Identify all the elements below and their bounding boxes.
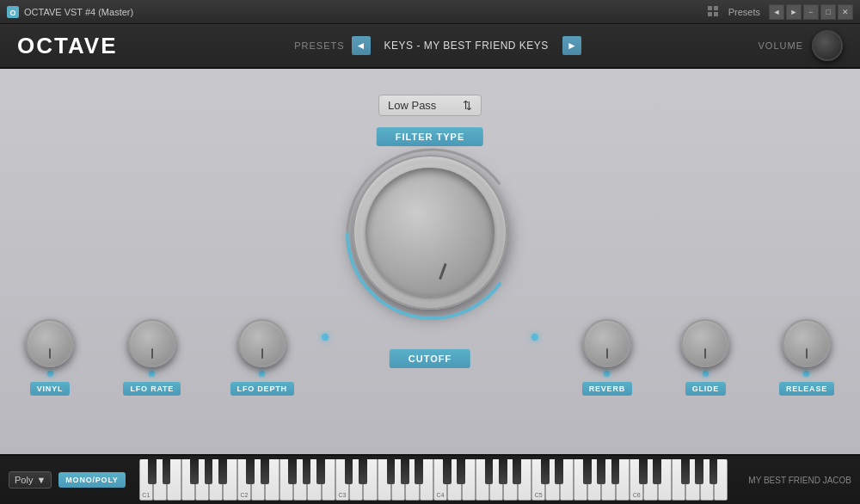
black-key[interactable]	[710, 459, 718, 484]
reverb-led	[604, 371, 610, 377]
lfo-depth-led	[259, 371, 265, 377]
reverb-knob[interactable]	[583, 319, 631, 367]
knob-group-vinyl: VINYL	[26, 319, 74, 396]
vinyl-knob[interactable]	[26, 319, 74, 367]
black-key[interactable]	[443, 459, 452, 484]
volume-label: VOLUME	[759, 40, 803, 51]
black-key[interactable]	[163, 459, 171, 484]
next-preset-button[interactable]: ►	[562, 36, 581, 55]
logo: OCTAVE	[17, 33, 117, 59]
black-key[interactable]	[246, 459, 255, 484]
glide-knob[interactable]	[681, 319, 729, 367]
release-knob[interactable]	[783, 319, 831, 367]
black-key[interactable]	[288, 459, 297, 484]
black-key[interactable]	[345, 459, 353, 484]
release-led	[803, 371, 809, 377]
black-key[interactable]	[583, 459, 592, 484]
black-key[interactable]	[218, 459, 227, 484]
filter-type-button[interactable]: FILTER TYPE	[377, 127, 483, 146]
poly-arrow-icon: ▼	[36, 475, 46, 485]
svg-rect-3	[714, 6, 718, 10]
small-knobs-row: VINYL LFO RATE LFO DEPTH REVERB GLIDE	[0, 319, 860, 396]
black-key[interactable]	[597, 459, 605, 484]
black-key[interactable]	[303, 459, 311, 484]
prev-preset-button[interactable]: ◄	[352, 36, 371, 55]
main-knob-inner	[366, 168, 494, 297]
vinyl-button[interactable]: VINYL	[30, 382, 71, 396]
octave-label: C1	[142, 492, 150, 498]
octave-label: C6	[633, 492, 641, 498]
close-button[interactable]: ✕	[838, 4, 853, 20]
black-key[interactable]	[695, 459, 703, 484]
filter-type-select[interactable]: Low Pass High Pass Band Pass Notch	[388, 99, 442, 112]
knob-group-lfo-depth: LFO DEPTH	[230, 319, 294, 396]
glide-button[interactable]: GLIDE	[685, 382, 727, 396]
black-key[interactable]	[555, 459, 563, 484]
grid-icon	[708, 6, 720, 18]
lfo-rate-knob[interactable]	[128, 319, 176, 367]
lfo-depth-knob[interactable]	[238, 319, 286, 367]
black-key[interactable]	[387, 459, 396, 484]
black-key[interactable]	[681, 459, 690, 484]
black-key[interactable]	[541, 459, 550, 484]
piano-keys: C1C2C3C4C5C6	[139, 459, 728, 501]
black-key[interactable]	[457, 459, 465, 484]
black-key[interactable]	[190, 459, 199, 484]
volume-knob[interactable]	[812, 30, 843, 61]
poly-select[interactable]: Poly ▼	[9, 471, 52, 489]
svg-rect-4	[708, 12, 712, 16]
release-button[interactable]: RELEASE	[779, 382, 834, 396]
piano-area[interactable]: C1C2C3C4C5C6	[139, 459, 728, 501]
black-key[interactable]	[485, 459, 494, 484]
lfo-rate-button[interactable]: LFO RATE	[123, 382, 181, 396]
dropdown-arrow-icon: ⇅	[463, 99, 472, 112]
black-key[interactable]	[316, 459, 325, 484]
preset-name: KEYS - MY BEST FRIEND KEYS	[378, 40, 556, 52]
black-key[interactable]	[261, 459, 269, 484]
svg-rect-5	[714, 12, 718, 16]
main-knob[interactable]	[353, 155, 507, 310]
next-preset-btn[interactable]: ►	[786, 4, 802, 20]
black-key[interactable]	[415, 459, 423, 484]
glide-led	[703, 371, 709, 377]
black-key[interactable]	[359, 459, 367, 484]
minimize-button[interactable]: −	[803, 4, 819, 20]
black-key[interactable]	[205, 459, 213, 484]
black-key[interactable]	[148, 459, 157, 484]
reverb-button[interactable]: REVERB	[582, 382, 632, 396]
lfo-rate-led	[149, 371, 155, 377]
knob-group-release: RELEASE	[779, 319, 834, 396]
black-key[interactable]	[499, 459, 507, 484]
svg-text:O: O	[9, 9, 15, 17]
octave-label: C3	[339, 492, 347, 498]
black-key[interactable]	[513, 459, 521, 484]
black-key[interactable]	[653, 459, 661, 484]
black-key[interactable]	[611, 459, 620, 484]
knob-group-lfo-rate: LFO RATE	[123, 319, 181, 396]
title-bar: O OCTAVE VST #4 (Master) Presets ◄ ► − □…	[0, 0, 860, 24]
preset-info: MY BEST FRIEND JACOB	[748, 476, 851, 485]
main-knob-wrapper	[353, 155, 507, 310]
presets-label: PRESETS	[294, 40, 344, 51]
presets-area: PRESETS ◄ KEYS - MY BEST FRIEND KEYS ►	[294, 36, 581, 55]
maximize-button[interactable]: □	[820, 4, 836, 20]
vinyl-led	[47, 371, 53, 377]
mono-poly-button[interactable]: MONO/POLY	[58, 472, 125, 488]
main-area: Low Pass High Pass Band Pass Notch ⇅ FIL…	[0, 69, 860, 456]
filter-type-dropdown[interactable]: Low Pass High Pass Band Pass Notch ⇅	[378, 95, 482, 116]
app-icon: O	[7, 6, 19, 18]
lfo-depth-button[interactable]: LFO DEPTH	[230, 382, 294, 396]
volume-area: VOLUME	[759, 30, 843, 61]
knob-marker	[439, 263, 447, 280]
octave-label: C2	[240, 492, 248, 498]
black-key[interactable]	[639, 459, 648, 484]
window-title: OCTAVE VST #4 (Master)	[24, 7, 133, 17]
bottom-bar: Poly ▼ MONO/POLY C1C2C3C4C5C6 MY BEST FR…	[0, 456, 860, 504]
svg-rect-2	[708, 6, 712, 10]
octave-label: C4	[437, 492, 445, 498]
prev-preset-btn[interactable]: ◄	[769, 4, 784, 20]
presets-button[interactable]: Presets	[725, 7, 764, 17]
black-key[interactable]	[401, 459, 409, 484]
knob-group-glide: GLIDE	[681, 319, 729, 396]
knob-group-reverb: REVERB	[582, 319, 632, 396]
